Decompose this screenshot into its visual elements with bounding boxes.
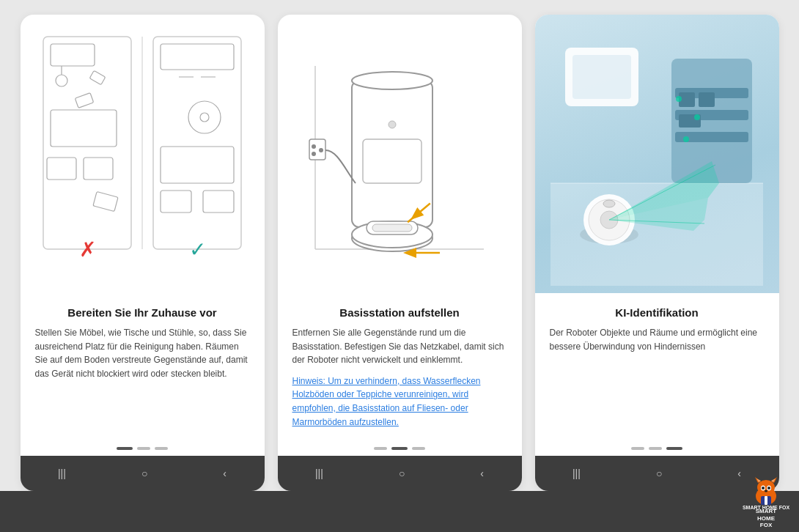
nav-home-icon-3[interactable]: ○ bbox=[656, 468, 662, 479]
phone-1-dots bbox=[21, 440, 265, 456]
nav-lines-icon-3[interactable]: ||| bbox=[572, 468, 581, 479]
nav-lines-icon[interactable]: ||| bbox=[58, 468, 66, 479]
svg-point-34 bbox=[312, 144, 316, 149]
phone-3-text: Der Roboter Objekte und Räume und ermögl… bbox=[550, 326, 765, 353]
nav-home-icon[interactable]: ○ bbox=[141, 468, 147, 479]
nav-lines-icon-2[interactable]: ||| bbox=[315, 468, 323, 479]
dot-3-2[interactable] bbox=[649, 447, 662, 450]
svg-point-70 bbox=[762, 487, 765, 489]
svg-point-28 bbox=[389, 121, 396, 128]
brand-badge: SMART HOME FOX SMART HOME FOX bbox=[740, 476, 792, 529]
phone-1-text: Stellen Sie Möbel, wie Tische und Stühle… bbox=[35, 326, 250, 380]
phone-2-navbar: ||| ○ ‹ bbox=[278, 456, 522, 491]
phone-1-illustration: ✗ ✓ bbox=[21, 15, 265, 293]
phone-3-illustration bbox=[535, 15, 779, 293]
nav-home-icon-2[interactable]: ○ bbox=[399, 468, 405, 479]
svg-point-59 bbox=[676, 96, 682, 102]
svg-point-72 bbox=[765, 490, 767, 492]
svg-text:✗: ✗ bbox=[79, 238, 96, 261]
phone-2-screen: Basisstation aufstellen Entfernen Sie al… bbox=[278, 15, 522, 491]
dot-2-2[interactable] bbox=[391, 447, 408, 450]
phones-row: ✗ ✓ bbox=[0, 0, 799, 491]
svg-point-63 bbox=[757, 480, 775, 495]
phone-3: KI-Identifikation Der Roboter Objekte un… bbox=[535, 15, 779, 491]
nav-back-icon[interactable]: ‹ bbox=[223, 468, 227, 479]
brand-fox-icon: SMART HOME FOX bbox=[740, 476, 792, 509]
svg-rect-74 bbox=[765, 496, 767, 505]
svg-point-60 bbox=[694, 114, 700, 120]
nav-back-icon-2[interactable]: ‹ bbox=[480, 468, 484, 479]
svg-point-71 bbox=[767, 487, 770, 489]
dot-1-2[interactable] bbox=[137, 447, 150, 450]
brand-line3: FOX bbox=[760, 522, 772, 528]
phone-2-link[interactable]: Hinweis: Um zu verhindern, dass Wasserfl… bbox=[292, 374, 507, 429]
dot-3-3[interactable] bbox=[666, 447, 682, 450]
dot-1-3[interactable] bbox=[155, 447, 168, 450]
phone-3-dots bbox=[535, 440, 779, 456]
phone-1-content: Bereiten Sie Ihr Zuhause vor Stellen Sie… bbox=[21, 293, 265, 440]
brand-line1: SMART bbox=[756, 508, 776, 514]
phone-2-dots bbox=[278, 440, 522, 456]
room-layout-svg: ✗ ✓ bbox=[36, 29, 248, 278]
phone-1-navbar: ||| ○ ‹ bbox=[21, 456, 265, 491]
svg-point-61 bbox=[683, 136, 689, 142]
station-svg bbox=[293, 22, 506, 286]
svg-rect-48 bbox=[699, 92, 715, 107]
phone-2: Basisstation aufstellen Entfernen Sie al… bbox=[278, 15, 522, 491]
dot-3-1[interactable] bbox=[631, 447, 644, 450]
svg-rect-0 bbox=[43, 37, 131, 249]
svg-point-35 bbox=[312, 152, 316, 156]
svg-text:✓: ✓ bbox=[189, 238, 206, 261]
bottom-bar: SMART HOME FOX SMART HOME FOX bbox=[0, 491, 799, 532]
phone-2-illustration bbox=[278, 15, 522, 293]
ai-room-svg bbox=[551, 22, 763, 286]
phone-1-screen: ✗ ✓ bbox=[21, 15, 265, 491]
phone-2-title: Basisstation aufstellen bbox=[292, 306, 507, 319]
svg-point-26 bbox=[352, 72, 432, 89]
phone-1-title: Bereiten Sie Ihr Zuhause vor bbox=[35, 306, 250, 319]
phone-2-text: Entfernen Sie alle Gegenstände rund um d… bbox=[292, 326, 507, 367]
svg-rect-32 bbox=[372, 224, 412, 232]
dot-2-1[interactable] bbox=[374, 447, 387, 450]
svg-rect-1 bbox=[153, 37, 241, 249]
dot-2-3[interactable] bbox=[412, 447, 425, 450]
phone-3-content: KI-Identifikation Der Roboter Objekte un… bbox=[535, 293, 779, 440]
phone-1: ✗ ✓ bbox=[21, 15, 265, 491]
svg-point-56 bbox=[603, 200, 615, 207]
svg-rect-51 bbox=[572, 55, 631, 99]
dot-1-1[interactable] bbox=[117, 447, 133, 450]
phone-2-content: Basisstation aufstellen Entfernen Sie al… bbox=[278, 293, 522, 440]
svg-point-36 bbox=[319, 148, 323, 152]
phone-3-title: KI-Identifikation bbox=[550, 306, 765, 319]
phone-3-screen: KI-Identifikation Der Roboter Objekte un… bbox=[535, 15, 779, 491]
svg-rect-25 bbox=[352, 81, 432, 227]
brand-line2: HOME bbox=[757, 515, 775, 522]
